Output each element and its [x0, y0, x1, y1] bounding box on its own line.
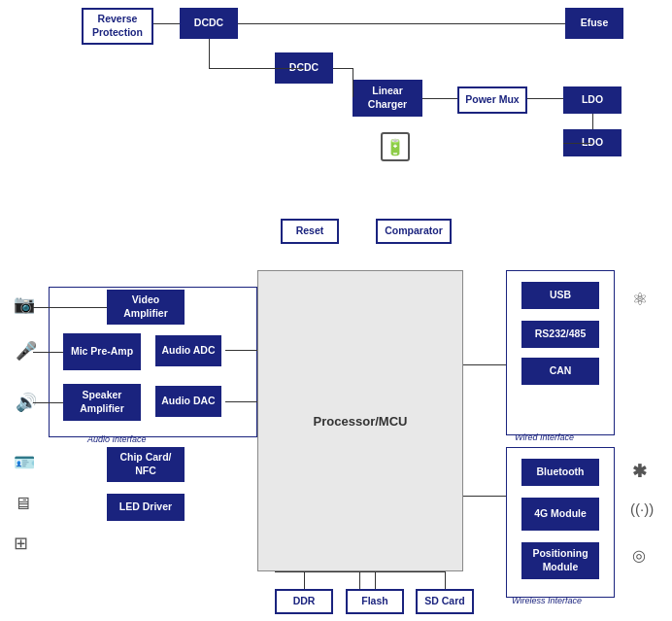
- line-pm-ldo1: [527, 98, 563, 99]
- line-ldo-v: [592, 114, 593, 129]
- dcdc1-label: DCDC: [194, 17, 223, 30]
- power-mux-block: Power Mux: [457, 86, 527, 114]
- power-mux-label: Power Mux: [465, 93, 519, 107]
- line-mic-block: [33, 352, 63, 353]
- mic-icon: 🎤: [16, 340, 37, 362]
- ldo1-label: LDO: [582, 93, 603, 107]
- grid-icon: ⊞: [14, 533, 28, 554]
- flash-label: Flash: [361, 595, 387, 608]
- processor-label: Processor/MCU: [314, 414, 408, 429]
- comparator-block: Comparator: [376, 219, 452, 244]
- sd-card-label: SD Card: [424, 595, 464, 608]
- led-driver-block: LED Driver: [107, 494, 185, 521]
- reset-label: Reset: [296, 224, 324, 238]
- line-speaker-block: [33, 402, 63, 403]
- line-storage-ddr: [304, 571, 305, 589]
- line-storage-sd: [445, 571, 446, 589]
- can-block: CAN: [521, 358, 599, 385]
- audio-dac-label: Audio DAC: [161, 395, 215, 408]
- video-amplifier-block: Video Amplifier: [107, 290, 185, 325]
- linear-charger-block: Linear Charger: [353, 80, 422, 117]
- line-proc-wireless: [463, 496, 506, 497]
- audio-dac-block: Audio DAC: [155, 386, 221, 417]
- line-lc-v: [353, 68, 353, 97]
- reverse-protection-label: Reverse Protection: [89, 13, 146, 39]
- audio-interface-label: Audio Interface: [87, 434, 147, 444]
- rs232-block: RS232/485: [521, 321, 599, 348]
- bluetooth-label: Bluetooth: [537, 466, 585, 479]
- reset-block: Reset: [281, 219, 339, 244]
- camera-icon: 📷: [14, 293, 35, 315]
- audio-adc-label: Audio ADC: [161, 344, 215, 358]
- bluetooth-block: Bluetooth: [521, 459, 599, 486]
- ddr-block: DDR: [275, 589, 333, 614]
- id-card-icon: 🪪: [14, 452, 35, 473]
- line-storage-v: [359, 571, 360, 589]
- rs232-label: RS232/485: [535, 328, 587, 341]
- gps-icon: ◎: [632, 546, 646, 565]
- audio-adc-block: Audio ADC: [155, 335, 221, 366]
- led-driver-label: LED Driver: [119, 500, 172, 514]
- processor-block: Processor/MCU: [257, 270, 463, 571]
- speaker-amplifier-label: Speaker Amplifier: [69, 389, 135, 415]
- line-proc-wired: [463, 364, 506, 365]
- 4g-module-label: 4G Module: [534, 507, 587, 521]
- reverse-protection-block: Reverse Protection: [82, 8, 153, 45]
- line-audio-proc2: [225, 401, 257, 402]
- monitor-icon: 🖥: [14, 494, 31, 514]
- speaker-amplifier-block: Speaker Amplifier: [63, 384, 141, 421]
- usb-icon: ⚛: [632, 289, 648, 310]
- efuse-label: Efuse: [581, 17, 609, 30]
- line-lc-pm: [422, 98, 457, 99]
- battery-icon: 🔋: [381, 132, 410, 161]
- ldo1-block: LDO: [563, 86, 622, 114]
- line-camera-block: [33, 307, 107, 308]
- line-storage-h: [275, 571, 445, 572]
- 4g-module-block: 4G Module: [521, 498, 599, 531]
- mic-preamp-label: Mic Pre-Amp: [71, 345, 133, 359]
- video-amplifier-label: Video Amplifier: [113, 293, 179, 320]
- mic-preamp-block: Mic Pre-Amp: [63, 333, 141, 370]
- wireless-interface-label: Wireless Interface: [512, 596, 582, 605]
- chip-card-nfc-label: Chip Card/ NFC: [113, 451, 179, 477]
- sd-card-block: SD Card: [416, 589, 474, 614]
- flash-block: Flash: [346, 589, 404, 614]
- chip-card-nfc-block: Chip Card/ NFC: [107, 447, 185, 482]
- comparator-label: Comparator: [385, 224, 443, 238]
- wired-interface-label: Wired Interface: [515, 432, 574, 442]
- line-ldo2: [563, 143, 592, 144]
- line-audio-proc: [225, 350, 257, 351]
- positioning-module-block: Positioning Module: [521, 542, 599, 579]
- diagram-container: Reverse Protection DCDC Efuse DCDC Linea…: [0, 0, 672, 621]
- line-dcdc2-lc: [333, 68, 353, 69]
- line-dcdc1-dcdc2-h: [209, 68, 304, 69]
- linear-charger-label: Linear Charger: [358, 85, 417, 111]
- cellular-icon: ((·)): [630, 500, 654, 517]
- usb-block: USB: [521, 282, 599, 309]
- line-rp-dcdc: [153, 23, 180, 24]
- line-storage-flash: [375, 571, 376, 589]
- line-efuse: [238, 23, 565, 24]
- dcdc1-block: DCDC: [180, 8, 238, 39]
- positioning-module-label: Positioning Module: [527, 547, 593, 573]
- can-label: CAN: [550, 364, 572, 378]
- usb-label: USB: [550, 289, 571, 302]
- bluetooth-icon: ✱: [632, 461, 647, 482]
- efuse-block: Efuse: [565, 8, 623, 39]
- line-dcdc1-dcdc2-v: [209, 39, 210, 68]
- ddr-label: DDR: [293, 595, 316, 608]
